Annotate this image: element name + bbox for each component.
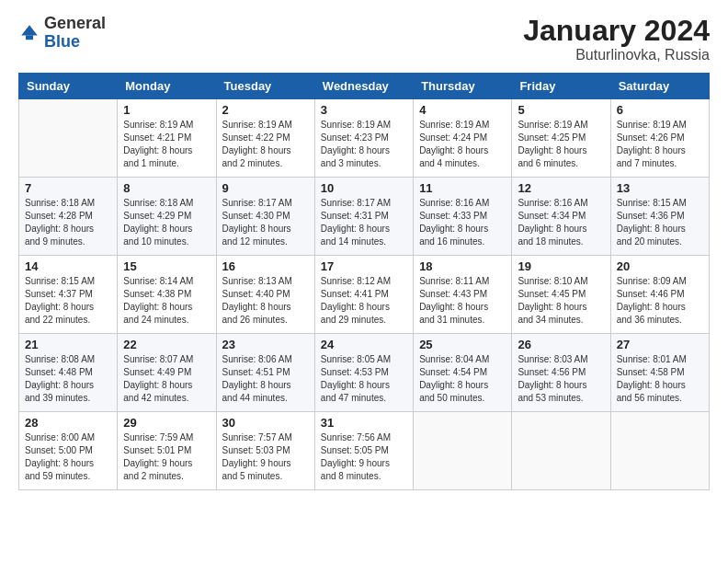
daylight: Daylight: 8 hours and 2 minutes.	[222, 144, 309, 170]
table-row: 15 Sunrise: 8:14 AM Sunset: 4:38 PM Dayl…	[118, 256, 216, 334]
table-row: 9 Sunrise: 8:17 AM Sunset: 4:30 PM Dayli…	[216, 178, 314, 256]
day-number: 3	[321, 103, 407, 117]
table-row: 8 Sunrise: 8:18 AM Sunset: 4:29 PM Dayli…	[118, 178, 216, 256]
day-number: 30	[222, 416, 309, 430]
sunset: Sunset: 4:41 PM	[321, 288, 407, 301]
day-info: Sunrise: 7:57 AM Sunset: 5:03 PM Dayligh…	[222, 431, 309, 483]
sunset: Sunset: 4:56 PM	[518, 366, 604, 379]
day-number: 7	[25, 181, 111, 195]
day-number: 13	[617, 181, 703, 195]
sunrise: Sunrise: 8:15 AM	[617, 197, 703, 210]
sunrise: Sunrise: 8:17 AM	[222, 197, 309, 210]
sunrise: Sunrise: 8:19 AM	[123, 119, 210, 132]
sunset: Sunset: 4:54 PM	[419, 366, 506, 379]
sunset: Sunset: 4:30 PM	[222, 210, 309, 223]
daylight: Daylight: 8 hours and 39 minutes.	[25, 379, 111, 405]
sunset: Sunset: 5:05 PM	[321, 444, 407, 457]
day-info: Sunrise: 8:17 AM Sunset: 4:31 PM Dayligh…	[321, 197, 407, 248]
daylight: Daylight: 8 hours and 4 minutes.	[419, 144, 506, 170]
day-number: 9	[222, 181, 309, 195]
logo-blue: Blue	[44, 32, 80, 51]
sunrise: Sunrise: 8:13 AM	[222, 275, 309, 288]
day-info: Sunrise: 8:10 AM Sunset: 4:45 PM Dayligh…	[518, 275, 604, 327]
sunset: Sunset: 4:48 PM	[25, 366, 111, 379]
logo: General Blue	[18, 15, 106, 52]
table-row: 24 Sunrise: 8:05 AM Sunset: 4:53 PM Dayl…	[314, 334, 413, 412]
table-row: 16 Sunrise: 8:13 AM Sunset: 4:40 PM Dayl…	[216, 256, 314, 334]
daylight: Daylight: 8 hours and 3 minutes.	[321, 144, 407, 170]
table-row: 22 Sunrise: 8:07 AM Sunset: 4:49 PM Dayl…	[118, 334, 216, 412]
sunset: Sunset: 4:28 PM	[25, 210, 111, 223]
sunrise: Sunrise: 8:05 AM	[321, 353, 407, 366]
day-info: Sunrise: 8:09 AM Sunset: 4:46 PM Dayligh…	[617, 275, 703, 327]
table-row: 3 Sunrise: 8:19 AM Sunset: 4:23 PM Dayli…	[314, 99, 413, 178]
table-row: 17 Sunrise: 8:12 AM Sunset: 4:41 PM Dayl…	[314, 256, 413, 334]
daylight: Daylight: 8 hours and 12 minutes.	[222, 223, 309, 248]
day-info: Sunrise: 8:19 AM Sunset: 4:24 PM Dayligh…	[419, 119, 506, 170]
sunset: Sunset: 5:01 PM	[123, 444, 210, 457]
weekday-header-row: Sunday Monday Tuesday Wednesday Thursday…	[19, 74, 710, 99]
sunrise: Sunrise: 8:18 AM	[123, 197, 210, 210]
day-info: Sunrise: 8:08 AM Sunset: 4:48 PM Dayligh…	[25, 353, 111, 405]
calendar-week-row: 28 Sunrise: 8:00 AM Sunset: 5:00 PM Dayl…	[19, 412, 710, 490]
table-row: 6 Sunrise: 8:19 AM Sunset: 4:26 PM Dayli…	[610, 99, 709, 178]
day-info: Sunrise: 8:19 AM Sunset: 4:26 PM Dayligh…	[617, 119, 703, 170]
day-number: 31	[321, 416, 407, 430]
sunset: Sunset: 4:37 PM	[25, 288, 111, 301]
sunrise: Sunrise: 8:12 AM	[321, 275, 407, 288]
day-info: Sunrise: 8:19 AM Sunset: 4:23 PM Dayligh…	[321, 119, 407, 170]
daylight: Daylight: 8 hours and 18 minutes.	[518, 223, 604, 248]
sunset: Sunset: 4:34 PM	[518, 210, 604, 223]
day-number: 10	[321, 181, 407, 195]
day-info: Sunrise: 8:13 AM Sunset: 4:40 PM Dayligh…	[222, 275, 309, 327]
sunrise: Sunrise: 8:16 AM	[419, 197, 506, 210]
title-block: January 2024 Buturlinovka, Russia	[523, 15, 710, 63]
daylight: Daylight: 8 hours and 20 minutes.	[617, 223, 703, 248]
logo-text: General Blue	[44, 15, 106, 52]
sunset: Sunset: 4:53 PM	[321, 366, 407, 379]
day-number: 14	[25, 259, 111, 273]
sunset: Sunset: 4:46 PM	[617, 288, 703, 301]
table-row: 19 Sunrise: 8:10 AM Sunset: 4:45 PM Dayl…	[512, 256, 610, 334]
daylight: Daylight: 8 hours and 24 minutes.	[123, 301, 210, 327]
day-info: Sunrise: 8:19 AM Sunset: 4:21 PM Dayligh…	[123, 119, 210, 170]
sunset: Sunset: 4:29 PM	[123, 210, 210, 223]
day-number: 24	[321, 338, 407, 351]
daylight: Daylight: 8 hours and 59 minutes.	[25, 457, 111, 483]
day-number: 2	[222, 103, 309, 117]
sunset: Sunset: 4:26 PM	[617, 132, 703, 144]
sunset: Sunset: 4:22 PM	[222, 132, 309, 144]
day-number: 5	[518, 103, 604, 117]
table-row: 27 Sunrise: 8:01 AM Sunset: 4:58 PM Dayl…	[610, 334, 709, 412]
header-saturday: Saturday	[610, 74, 709, 99]
sunset: Sunset: 4:23 PM	[321, 132, 407, 144]
day-info: Sunrise: 7:59 AM Sunset: 5:01 PM Dayligh…	[123, 431, 210, 483]
daylight: Daylight: 8 hours and 16 minutes.	[419, 223, 506, 248]
sunset: Sunset: 4:31 PM	[321, 210, 407, 223]
table-row: 1 Sunrise: 8:19 AM Sunset: 4:21 PM Dayli…	[118, 99, 216, 178]
day-info: Sunrise: 8:01 AM Sunset: 4:58 PM Dayligh…	[617, 353, 703, 405]
table-row: 10 Sunrise: 8:17 AM Sunset: 4:31 PM Dayl…	[314, 178, 413, 256]
sunset: Sunset: 4:25 PM	[518, 132, 604, 144]
sunrise: Sunrise: 8:17 AM	[321, 197, 407, 210]
sunrise: Sunrise: 8:07 AM	[123, 353, 210, 366]
sunrise: Sunrise: 8:11 AM	[419, 275, 506, 288]
daylight: Daylight: 8 hours and 22 minutes.	[25, 301, 111, 327]
daylight: Daylight: 8 hours and 36 minutes.	[617, 301, 703, 327]
calendar-week-row: 7 Sunrise: 8:18 AM Sunset: 4:28 PM Dayli…	[19, 178, 710, 256]
table-row	[512, 412, 610, 490]
day-info: Sunrise: 8:19 AM Sunset: 4:22 PM Dayligh…	[222, 119, 309, 170]
daylight: Daylight: 8 hours and 26 minutes.	[222, 301, 309, 327]
day-info: Sunrise: 8:06 AM Sunset: 4:51 PM Dayligh…	[222, 353, 309, 405]
day-info: Sunrise: 7:56 AM Sunset: 5:05 PM Dayligh…	[321, 431, 407, 483]
day-info: Sunrise: 8:19 AM Sunset: 4:25 PM Dayligh…	[518, 119, 604, 170]
daylight: Daylight: 9 hours and 2 minutes.	[123, 457, 210, 483]
day-number: 23	[222, 338, 309, 351]
day-number: 29	[123, 416, 210, 430]
daylight: Daylight: 8 hours and 34 minutes.	[518, 301, 604, 327]
sunset: Sunset: 4:49 PM	[123, 366, 210, 379]
day-number: 12	[518, 181, 604, 195]
day-number: 18	[419, 259, 506, 273]
sunrise: Sunrise: 8:00 AM	[25, 431, 111, 444]
day-number: 21	[25, 338, 111, 351]
